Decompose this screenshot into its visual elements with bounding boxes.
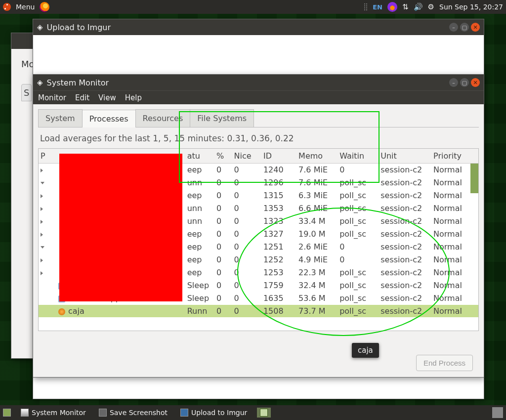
- tab-processes[interactable]: Processes: [82, 110, 136, 127]
- table-row[interactable]: cajaRunn00150873.7 Mpoll_scsession-c2Nor…: [39, 305, 478, 318]
- sysmon-tabs: System Processes Resources File Systems: [38, 109, 479, 127]
- taskbar-item-system-monitor[interactable]: System Monitor: [18, 408, 89, 418]
- screenshot-icon: [99, 409, 107, 417]
- app-indicator-icon[interactable]: [387, 2, 397, 12]
- menu-button[interactable]: Menu: [16, 3, 35, 11]
- taskbar-label: System Monitor: [32, 409, 86, 417]
- tab-system[interactable]: System: [38, 109, 83, 127]
- scrollbar-thumb[interactable]: [470, 164, 478, 193]
- firefox-icon[interactable]: [40, 2, 49, 12]
- tab-resources[interactable]: Resources: [135, 109, 191, 127]
- close-button[interactable]: ✕: [471, 23, 480, 32]
- col-id[interactable]: ID: [261, 149, 296, 164]
- sysmon-menubar: Monitor Edit View Help: [33, 90, 484, 104]
- minimize-button[interactable]: –: [449, 23, 458, 32]
- window-app-icon: ◈: [37, 78, 43, 87]
- maximize-button[interactable]: ▢: [460, 78, 469, 87]
- tab-file-systems[interactable]: File Systems: [190, 109, 254, 127]
- top-panel: Menu EN ⇅ 🔊 ⚙ Sun Sep 15, 20:27: [0, 0, 506, 14]
- settings-gear-icon[interactable]: ⚙: [428, 2, 434, 11]
- taskbar-label: Upload to Imgur: [191, 409, 247, 417]
- sysmon-window-title: System Monitor: [47, 78, 109, 87]
- taskbar-item-save-screenshot[interactable]: Save Screenshot: [96, 408, 170, 418]
- col-nice[interactable]: Nice: [232, 149, 261, 164]
- taskbar-label: Save Screenshot: [110, 409, 168, 417]
- col-memory[interactable]: Memo: [296, 149, 337, 164]
- network-icon[interactable]: ⇅: [402, 2, 409, 11]
- clock[interactable]: Sun Sep 15, 20:27: [439, 3, 503, 11]
- window-app-icon: ◈: [37, 23, 43, 32]
- imgur-titlebar[interactable]: ◈ Upload to Imgur – ▢ ✕: [33, 19, 484, 35]
- show-desktop-icon[interactable]: [3, 409, 11, 417]
- close-button[interactable]: ✕: [471, 78, 480, 87]
- keyboard-layout-indicator[interactable]: EN: [373, 3, 382, 11]
- panel-grip-icon: [364, 3, 368, 11]
- col-priority[interactable]: Priority: [431, 149, 478, 164]
- volume-icon[interactable]: 🔊: [414, 2, 423, 11]
- bottom-panel: System Monitor Save Screenshot Upload to…: [0, 405, 506, 420]
- workspace-switcher[interactable]: [257, 408, 271, 418]
- menu-monitor[interactable]: Monitor: [38, 93, 66, 102]
- col-unit[interactable]: Unit: [379, 149, 431, 164]
- imgur-icon: [180, 409, 188, 417]
- process-icon: [58, 308, 65, 315]
- annotation-red-block: [59, 154, 182, 301]
- end-process-button[interactable]: End Process: [416, 355, 473, 371]
- sysmon-titlebar[interactable]: ◈ System Monitor – ▢ ✕: [33, 75, 484, 90]
- imgur-window-title: Upload to Imgur: [47, 23, 111, 32]
- user-avatar-icon[interactable]: [492, 407, 503, 418]
- workspace-icon: [260, 409, 268, 417]
- tooltip-caja: caja: [352, 343, 379, 358]
- load-averages-label: Load averages for the last 1, 5, 15 minu…: [38, 127, 479, 148]
- ubuntu-logo-icon[interactable]: [3, 3, 11, 11]
- system-monitor-icon: [21, 409, 29, 417]
- col-waiting[interactable]: Waitin: [337, 149, 379, 164]
- menu-view[interactable]: View: [98, 93, 116, 102]
- background-window-tabstub[interactable]: S: [21, 84, 32, 101]
- minimize-button[interactable]: –: [449, 78, 458, 87]
- col-cpu-pct[interactable]: %: [214, 149, 232, 164]
- menu-help[interactable]: Help: [125, 93, 142, 102]
- menu-edit[interactable]: Edit: [75, 93, 89, 102]
- maximize-button[interactable]: ▢: [460, 23, 469, 32]
- taskbar-item-upload-imgur[interactable]: Upload to Imgur: [177, 408, 250, 418]
- col-status[interactable]: atu: [185, 149, 214, 164]
